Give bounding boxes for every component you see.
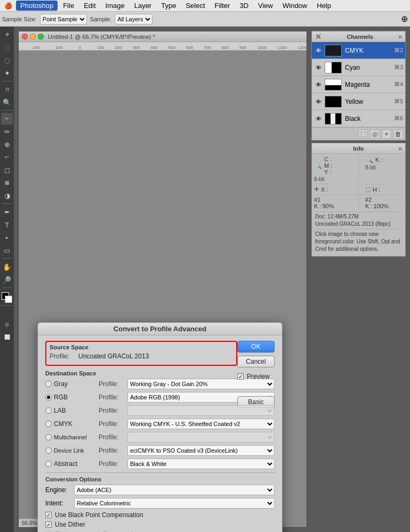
path-select-tool[interactable]: ▸ <box>1 232 13 243</box>
zoom-tool[interactable]: 🔎 <box>1 274 13 285</box>
quick-mask-tool[interactable]: ◎ <box>1 318 13 330</box>
doc-size: Doc: 12.4M/5.27M <box>315 213 402 220</box>
engine-label: Engine: <box>45 486 72 494</box>
shape-tool[interactable]: ▭ <box>1 244 13 256</box>
lab-profile-select[interactable] <box>127 405 275 416</box>
dither-checkbox[interactable] <box>45 521 52 528</box>
menu-type[interactable]: Type <box>157 1 180 11</box>
channels-expand-icon[interactable]: » <box>398 33 402 40</box>
close-button[interactable] <box>22 34 28 39</box>
intent-select[interactable]: Relative Colorimetric <box>74 498 275 509</box>
text-tool[interactable]: T <box>1 219 13 231</box>
gray-radio[interactable] <box>45 381 52 387</box>
eraser-tool[interactable]: ◻ <box>1 164 13 176</box>
crop-tool[interactable]: ⌗ <box>1 84 13 95</box>
black-point-checkbox[interactable] <box>45 512 52 518</box>
abstract-profile-select[interactable]: Black & White <box>127 459 275 469</box>
channel-cmyk-eye[interactable]: 👁 <box>314 46 323 55</box>
color-swatches[interactable] <box>2 292 12 303</box>
device-link-profile-label: Profile: <box>99 447 125 454</box>
menu-edit[interactable]: Edit <box>79 1 100 11</box>
info-content: 🔍 C : M : Y : 8-bit 🔍 <box>312 154 405 256</box>
info-title: Info <box>353 145 364 152</box>
multichannel-radio[interactable] <box>45 434 52 440</box>
screen-mode-tool[interactable]: ⬜ <box>1 331 13 343</box>
channel-magenta-row[interactable]: 👁 Magenta ⌘4 <box>312 76 405 93</box>
cmyk-dialog-radio[interactable] <box>45 421 52 427</box>
lab-radio[interactable] <box>45 407 52 414</box>
multichannel-profile-select[interactable] <box>127 432 275 443</box>
dodge-tool[interactable]: ◑ <box>1 190 13 201</box>
channels-close-icon[interactable]: ✕ <box>315 32 321 41</box>
x-label: X : <box>321 186 328 193</box>
info-sampler1: #1 K : 90% <box>314 197 352 209</box>
source-profile-row: Profile: Uncoated GRACoL 2013 <box>50 353 233 360</box>
clone-tool[interactable]: ⊕ <box>1 138 13 150</box>
history-brush-tool[interactable]: ↩ <box>1 151 13 163</box>
channel-black-shortcut: ⌘6 <box>394 115 403 122</box>
preview-checkbox[interactable] <box>237 373 244 380</box>
lasso-tool[interactable]: ◌ <box>1 54 13 66</box>
menu-photoshop[interactable]: Photoshop <box>16 1 58 11</box>
save-channel-button[interactable]: ◎ <box>370 129 380 139</box>
gradient-tool[interactable]: ▦ <box>1 177 13 189</box>
hud-icon[interactable]: ⊕ <box>401 14 408 24</box>
sample-select[interactable]: All Layers <box>115 14 152 24</box>
bit-left: 8-bit <box>314 176 352 182</box>
channel-cmyk-row[interactable]: 👁 CMYK ⌘2 <box>312 42 405 59</box>
device-link-radio[interactable] <box>45 447 52 454</box>
hash1-label: #1 <box>314 197 352 203</box>
menu-3d[interactable]: 3D <box>235 1 253 11</box>
dither-row: Use Dither <box>45 521 275 528</box>
brush-tool[interactable]: ✏ <box>1 126 13 137</box>
channel-black-row[interactable]: 👁 Black ⌘6 <box>312 110 405 127</box>
magic-wand-tool[interactable]: ✦ <box>1 67 13 79</box>
info-left-cell: 🔍 C : M : Y : 8-bit <box>314 156 352 182</box>
black-point-label: Use Black Point Compensation <box>55 511 143 519</box>
delete-channel-button[interactable]: 🗑 <box>393 129 403 139</box>
ok-button[interactable]: OK <box>237 341 275 353</box>
dialog-title: Convert to Profile Advanced <box>114 325 206 333</box>
minimize-button[interactable] <box>30 34 36 39</box>
rgb-radio[interactable] <box>45 394 52 400</box>
apple-menu[interactable]: 🍎 <box>4 2 12 10</box>
maximize-button[interactable] <box>38 34 44 39</box>
eyedropper-left-icon: 🔍 <box>314 162 322 169</box>
cmyk-profile-select[interactable]: Working CMYK - U.S. Sheetfed Coated v2 <box>127 419 275 429</box>
background-color[interactable] <box>5 296 12 303</box>
info-doc: Doc: 12.4M/5.27M Uncoated GRACoL 2013 (8… <box>314 211 403 229</box>
menu-layer[interactable]: Layer <box>130 1 156 11</box>
menu-view[interactable]: View <box>254 1 277 11</box>
selection-tool[interactable]: ⬚ <box>1 42 13 53</box>
new-channel-button[interactable]: + <box>382 129 391 139</box>
menu-file[interactable]: File <box>59 1 78 11</box>
channel-black-eye[interactable]: 👁 <box>314 114 323 123</box>
info-expand-icon[interactable]: » <box>398 145 402 152</box>
eyedropper-tool[interactable]: 🔍 <box>1 96 13 108</box>
channel-yellow-row[interactable]: 👁 Yellow ⌘5 <box>312 93 405 110</box>
channel-cyan-row[interactable]: 👁 Cyan ⌘3 <box>312 59 405 76</box>
sample-label: Sample: <box>90 16 111 22</box>
cancel-button[interactable]: Cancel <box>237 356 275 367</box>
channel-cyan-eye[interactable]: 👁 <box>314 63 323 72</box>
sample-size-select[interactable]: Point Sample <box>40 14 87 24</box>
load-channel-button[interactable]: ⬚ <box>358 129 368 139</box>
dialog-titlebar: Convert to Profile Advanced <box>38 323 282 335</box>
menu-image[interactable]: Image <box>101 1 129 11</box>
pen-tool[interactable]: ✒ <box>1 206 13 218</box>
menubar: 🍎 Photoshop File Edit Image Layer Type S… <box>0 0 410 12</box>
device-link-profile-select[interactable]: eciCMYK to PSO Coated v3 (DeviceLink) <box>127 445 275 456</box>
menu-filter[interactable]: Filter <box>211 1 235 11</box>
tool-sep-4 <box>2 258 12 259</box>
menu-help[interactable]: Help <box>312 1 335 11</box>
menu-window[interactable]: Window <box>278 1 311 11</box>
channel-yellow-eye[interactable]: 👁 <box>314 97 323 106</box>
move-tool[interactable]: ⌖ <box>1 29 13 40</box>
channel-magenta-eye[interactable]: 👁 <box>314 80 323 89</box>
engine-select[interactable]: Adobe (ACE) <box>74 485 275 495</box>
menu-select[interactable]: Select <box>181 1 209 11</box>
abstract-radio[interactable] <box>45 461 52 467</box>
spot-heal-tool[interactable]: ✂ <box>1 113 13 125</box>
lab-row: LAB Profile: <box>45 405 275 416</box>
hand-tool[interactable]: ✋ <box>1 261 13 273</box>
